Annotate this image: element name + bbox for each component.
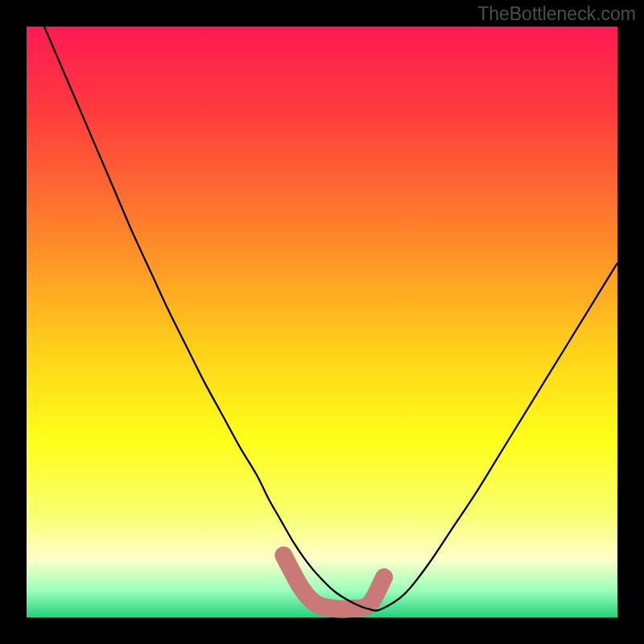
bottleneck-chart [0,0,644,644]
watermark-text: TheBottleneck.com [477,3,636,25]
chart-frame: TheBottleneck.com [0,0,644,644]
plot-background [27,27,617,617]
